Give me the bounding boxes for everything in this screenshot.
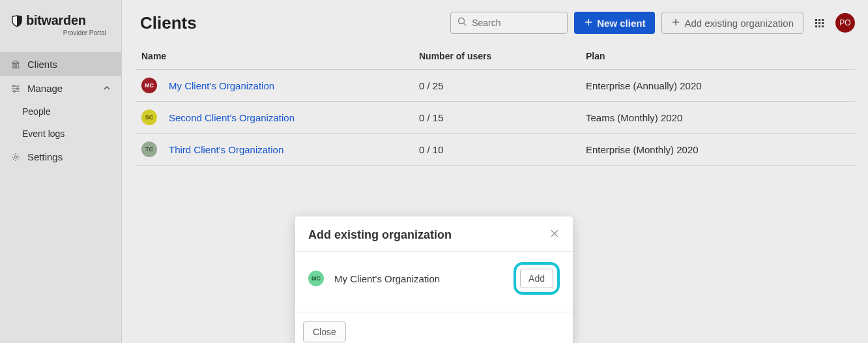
org-badge: MC [308,271,324,286]
highlight-ring: Add [514,262,560,295]
add-button[interactable]: Add [520,269,553,288]
modal-footer: Close [295,312,573,343]
modal-title: Add existing organization [308,228,452,242]
add-existing-org-modal: Add existing organization MC My Client's… [295,216,573,343]
modal-header: Add existing organization [295,216,573,251]
modal-org-name: My Client's Organization [334,273,440,284]
modal-overlay[interactable]: Add existing organization MC My Client's… [0,0,868,343]
modal-body: MC My Client's Organization Add [295,252,573,312]
close-button[interactable]: Close [303,321,346,342]
close-icon[interactable] [549,228,560,242]
